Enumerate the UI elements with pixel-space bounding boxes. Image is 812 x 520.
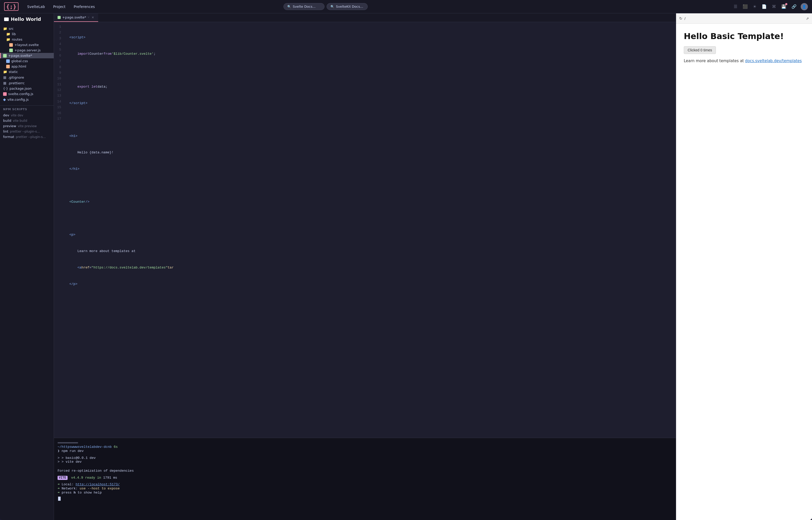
tree-item-svelte-config[interactable]: svelte.config.js <box>0 91 54 97</box>
terminal-gt1: > <box>57 456 62 460</box>
project-name: Hello World <box>11 17 41 22</box>
avatar[interactable]: 👤 <box>801 3 808 10</box>
tree-label-layout: +layout.svelte <box>15 43 39 47</box>
document-icon[interactable]: 📄 <box>761 3 768 10</box>
line-num-12: 12 <box>54 87 63 93</box>
terminal-panel[interactable]: ~/httpswwwsveltelabdev-dcnb 6s ❯ npm run… <box>54 438 676 520</box>
tree-item-app-html[interactable]: app.html <box>0 64 54 69</box>
code-line-9: </h1> <box>69 166 673 172</box>
code-line-12 <box>69 215 673 221</box>
tree-item-package-json[interactable]: {·} package.json <box>0 86 54 91</box>
code-line-14: Learn more about templates at <box>69 249 673 254</box>
nav-project[interactable]: Project <box>50 3 69 10</box>
save-icon[interactable]: 💾 <box>780 3 787 10</box>
share-icon[interactable]: 🔗 <box>790 3 797 10</box>
terminal-scrollbar <box>57 442 78 443</box>
npm-script-dev[interactable]: dev vite dev <box>3 112 51 118</box>
command-icon[interactable]: ⌘ <box>771 3 777 10</box>
tree-label-global-css: global.css <box>11 59 28 63</box>
preview-reload-button[interactable]: ↻ <box>679 16 682 21</box>
tree-item-lib[interactable]: 📁 lib <box>0 31 54 37</box>
file-tree: 📁 src 📁 lib 📁 routes +layout.svelte <box>0 25 54 103</box>
tree-label-static: static <box>9 70 18 74</box>
preview-title: Hello Basic Template! <box>684 31 804 41</box>
npm-script-lint[interactable]: lint prettier --plugin-search-dir . ... <box>3 129 51 134</box>
npm-script-build[interactable]: build vite build <box>3 118 51 123</box>
tree-item-vite-config[interactable]: ◆ vite.config.js <box>0 97 54 102</box>
tree-item-src[interactable]: 📁 src <box>0 26 54 31</box>
script-name-preview: preview <box>3 124 16 128</box>
editor-tabs: +page.svelte* ⑂ ✕ <box>54 14 676 22</box>
tree-item-routes[interactable]: 📁 routes <box>0 37 54 42</box>
line-num-14: 14 <box>54 99 63 105</box>
tab-close-button[interactable]: ✕ <box>91 16 95 19</box>
sveltekit-docs-search[interactable]: 🔍 SvelteKit Docs... <box>326 3 368 10</box>
line-num-5: 5 <box>54 47 63 53</box>
terminal-time: 6s <box>113 445 118 449</box>
line-num-4: 4 <box>54 42 63 47</box>
terminal-icon[interactable]: ⬛ <box>741 3 749 10</box>
terminal-help-suffix: to show help <box>78 491 102 495</box>
tree-item-gitignore[interactable]: ■ .gitignore <box>0 75 54 80</box>
sidebar: Hello World 📁 src 📁 lib 📁 routes <box>0 14 54 520</box>
terminal-local-label: Local: <box>62 483 74 486</box>
preview-external-link[interactable]: ⇗ <box>806 17 809 21</box>
json-icon: {·} <box>3 87 8 90</box>
nav-preferences[interactable]: Preferences <box>70 3 98 10</box>
search-icon-svelte: 🔍 <box>287 5 291 8</box>
svelte-docs-label: Svelte Docs... <box>293 5 316 8</box>
terminal-arrow1: ➜ <box>57 483 62 486</box>
tree-item-layout[interactable]: +layout.svelte <box>0 42 54 48</box>
terminal-network-line: ➜ Network: use --host to expose <box>57 486 672 490</box>
line-num-11: 11 <box>54 82 63 87</box>
menu-icon[interactable]: ☰ <box>733 3 738 10</box>
html-icon <box>6 65 10 68</box>
tree-item-static[interactable]: 📁 static <box>0 69 54 75</box>
tree-label-gitignore: .gitignore <box>8 76 24 79</box>
text-icon-gitignore: ■ <box>3 75 6 79</box>
terminal-local-url[interactable]: http://localhost:5173/ <box>76 483 120 486</box>
code-line-4: export let data; <box>69 84 673 90</box>
terminal-prompt: ❯ <box>57 449 62 453</box>
preview-docs-link[interactable]: docs.sveltelab.dev/templates <box>745 58 802 63</box>
tree-label-svelte-config: svelte.config.js <box>8 92 33 96</box>
terminal-out2-text: > vite dev <box>62 460 82 464</box>
tree-label-lib: lib <box>12 32 16 36</box>
terminal-forced-text: Forced re-optimization of dependencies <box>57 469 134 473</box>
script-cmd-dev: vite dev <box>11 113 23 117</box>
terminal-gt2: > <box>57 460 62 464</box>
tree-item-page-svelte[interactable]: +page.svelte* <box>0 53 54 58</box>
line-num-13: 13 <box>54 93 63 99</box>
toolbar-right: ☰ ⬛ ☀ 📄 ⌘ 💾 🔗 👤 <box>733 3 808 10</box>
line-num-7: 7 <box>54 58 63 64</box>
npm-script-preview[interactable]: preview vite preview <box>3 123 51 129</box>
preview-panel: ↻ / ⇗ Hello Basic Template! Clicked 0 ti… <box>676 14 812 520</box>
code-line-1: <script> <box>69 35 673 41</box>
theme-icon[interactable]: ☀ <box>752 3 758 10</box>
tree-item-global-css[interactable]: global.css <box>0 58 54 64</box>
nav-sveltelab[interactable]: SvelteLab <box>24 3 49 10</box>
line-num-15: 15 <box>54 105 63 110</box>
preview-counter-button[interactable]: Clicked 0 times <box>684 46 716 54</box>
terminal-h-key: h <box>74 491 76 495</box>
folder-icon-lib: 📁 <box>6 32 10 36</box>
sidebar-header: Hello World <box>0 14 54 25</box>
code-line-17 <box>69 298 673 304</box>
svelte-docs-search[interactable]: 🔍 Svelte Docs... <box>283 3 324 10</box>
tab-page-svelte[interactable]: +page.svelte* ⑂ ✕ <box>54 14 98 22</box>
tree-label-src: src <box>9 27 14 31</box>
npm-script-format[interactable]: format prettier --plugin-search-dir-... <box>3 134 51 139</box>
vite-ready: ready in <box>85 476 101 480</box>
code-editor[interactable]: 1 2 3 4 5 6 7 8 9 10 11 12 13 14 <box>54 22 676 438</box>
code-line-6 <box>69 117 673 123</box>
npm-scripts-section: NPM SCRIPTS dev vite dev build vite buil… <box>0 105 54 141</box>
code-content[interactable]: <script> import Counter from '$lib/Count… <box>66 22 676 316</box>
sveltekit-docs-label: SvelteKit Docs... <box>336 5 363 8</box>
tree-item-page-server[interactable]: +page.server.js <box>0 48 54 53</box>
tree-item-prettierrc[interactable]: ■ .prettierrc <box>0 80 54 86</box>
tree-label-prettierrc: .prettierrc <box>8 81 25 85</box>
line-num-3: 3 <box>54 36 63 42</box>
line-num-1: 1 <box>54 24 63 30</box>
code-line-3 <box>69 68 673 74</box>
tree-label-vite-config: vite.config.js <box>7 98 29 102</box>
